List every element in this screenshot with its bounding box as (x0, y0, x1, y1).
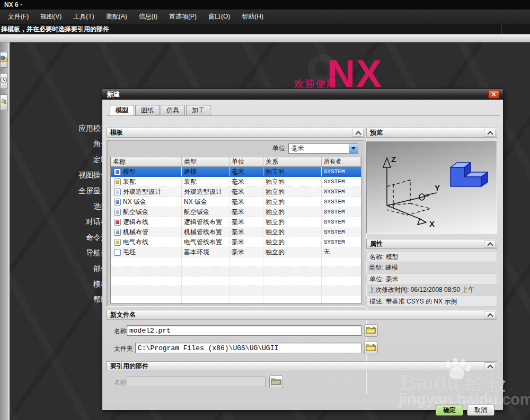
col-type[interactable]: 类型 (182, 157, 229, 166)
properties-section-title: 属性 (370, 240, 383, 247)
property-units: 单位: 毫米 (366, 273, 497, 284)
toolbar-strip (0, 34, 530, 42)
empty-row (111, 276, 361, 286)
templates-collapse-icon[interactable] (352, 129, 364, 137)
nx-window: NX 6 - 文件(F) 视图(V) 工具(T) 装配(A) 信息(I) 首选项… (0, 0, 530, 420)
folder-input[interactable] (135, 343, 361, 353)
chevron-down-icon[interactable] (349, 144, 358, 153)
cancel-button[interactable]: 取消 (467, 405, 494, 416)
sidebar-item-full-screen[interactable]: 全屏显示 (54, 183, 108, 199)
preview-image: Z X Y (366, 141, 497, 234)
prompt-text: 择模板，并在必要时选择要引用的部件 (1, 25, 109, 33)
csys-preview-graphic: Z X Y (367, 142, 497, 233)
reference-name-row: 名称 (114, 376, 496, 389)
sidebar-item-navigator[interactable]: 导航器 (54, 245, 108, 261)
roles-icon[interactable] (1, 94, 8, 110)
table-row[interactable]: 外观造型设计 外观造型设计 毫米 独立的 SYSTEM (111, 187, 361, 197)
window-title: NX 6 - (0, 0, 530, 10)
units-label: 单位 (272, 144, 285, 153)
history-palette-icon[interactable] (1, 52, 8, 68)
preview-collapse-icon[interactable] (484, 129, 496, 137)
sidebar-item-roles[interactable]: 角色 (54, 136, 108, 151)
browse-folder-disabled-icon (269, 376, 283, 388)
dialog-title[interactable]: 新建 (102, 89, 503, 100)
sidebar-item-help[interactable]: 帮助 (54, 292, 108, 307)
table-row[interactable]: 装配 装配 毫米 独立的 SYSTEM (111, 177, 361, 187)
sidebar-item-selection[interactable]: 选择 (54, 199, 108, 214)
col-owner[interactable]: 所有者 (322, 157, 361, 166)
units-dropdown[interactable]: 毫米 (288, 144, 358, 154)
template-tabs: 模型 图纸 仿真 加工 (110, 105, 211, 116)
tab-simulation[interactable]: 仿真 (161, 105, 185, 115)
menu-information[interactable]: 信息(I) (133, 10, 163, 23)
property-last-modified: 上次修改时间: 06/12/2008 08:50 上午 (366, 284, 497, 296)
new-part-dialog: 新建 ✕ 模型 图纸 仿真 加工 模板 单位 毫米 (102, 88, 504, 410)
reference-name-input (127, 377, 266, 387)
units-row: 单位 毫米 (272, 144, 358, 154)
dialog-buttons: 确定 取消 (436, 405, 494, 416)
menu-help[interactable]: 帮助(H) (236, 10, 269, 23)
table-row[interactable]: 模型 建模 毫米 独立的 SYSTEM (111, 167, 361, 177)
templates-section-header: 模板 (107, 128, 365, 138)
browse-folder-icon[interactable] (364, 324, 378, 337)
new-file-collapse-icon[interactable] (484, 311, 496, 319)
table-header-row: 名称 类型 单位 关系 所有者 (111, 157, 361, 167)
menu-view[interactable]: 视图(V) (34, 10, 67, 23)
table-row[interactable]: 电气布线 电气管线布置 毫米 独立的 SYSTEM (111, 237, 361, 247)
button-separator (107, 401, 500, 402)
blank-icon (114, 249, 121, 256)
resource-bar (0, 42, 8, 420)
col-units[interactable]: 单位 (229, 157, 263, 166)
svg-text:Z: Z (391, 155, 396, 164)
properties-section-header: 属性 (366, 239, 497, 249)
menu-file[interactable]: 文件(F) (2, 10, 34, 23)
clock-icon[interactable] (1, 73, 8, 89)
aero-sheet-metal-icon (114, 209, 121, 216)
preview-section-title: 预览 (370, 129, 383, 136)
file-name-label: 名称 (114, 327, 127, 336)
sidebar-item-customize[interactable]: 定制 (54, 152, 108, 167)
sidebar-item-command-finder[interactable]: 命令流 (54, 230, 108, 245)
table-row[interactable]: NX 钣金 NX 钣金 毫米 独立的 SYSTEM (111, 197, 361, 207)
assembly-icon (114, 178, 121, 185)
logical-routing-icon (114, 219, 121, 226)
file-name-input[interactable] (127, 325, 361, 336)
sheet-metal-icon (114, 199, 121, 205)
sidebar-item-dialogs[interactable]: 对话框 (54, 214, 108, 229)
property-description: 描述: 带基准 CSYS 的 NX 示例 (366, 296, 497, 307)
templates-panel: 单位 毫米 名称 类型 单位 关系 所有者 模型 (107, 140, 365, 307)
templates-section-title: 模板 (110, 129, 123, 136)
table-row[interactable]: 逻辑布线 逻辑管线布置 毫米 独立的 SYSTEM (111, 217, 361, 227)
electrical-routing-icon (114, 239, 121, 246)
properties-collapse-icon[interactable] (484, 240, 496, 248)
tab-drawing[interactable]: 图纸 (135, 105, 160, 115)
menu-preferences[interactable]: 首选项(P) (163, 10, 202, 23)
close-icon[interactable]: ✕ (488, 90, 499, 99)
col-relationship[interactable]: 关系 (263, 157, 322, 166)
tab-underline (107, 115, 500, 116)
sidebar-item-part[interactable]: 部件 (54, 261, 108, 276)
shape-studio-icon (114, 189, 121, 195)
table-row[interactable]: 机械布管 机械管线布置 毫米 独立的 SYSTEM (111, 227, 361, 237)
new-file-section-title: 新文件名 (110, 311, 136, 318)
sidebar-item-application[interactable]: 应用模块 (54, 121, 108, 136)
tab-manufacturing[interactable]: 加工 (186, 105, 210, 115)
ok-button[interactable]: 确定 (436, 405, 463, 416)
sidebar-item-view-operations[interactable]: 视图操作 (54, 167, 108, 183)
reference-name-label: 名称 (114, 378, 127, 387)
prompt-bar: 择模板，并在必要时选择要引用的部件 (0, 24, 530, 34)
tab-model[interactable]: 模型 (110, 105, 134, 116)
menu-window[interactable]: 窗口(O) (202, 10, 236, 23)
menu-tools[interactable]: 工具(T) (67, 10, 100, 23)
reference-collapse-icon[interactable] (484, 362, 496, 370)
sidebar-item-templates[interactable]: 模板 (54, 276, 108, 292)
col-name[interactable]: 名称 (111, 157, 182, 166)
table-row[interactable]: 航空钣金 航空钣金 毫米 独立的 SYSTEM (111, 207, 361, 217)
menu-assemblies[interactable]: 装配(A) (100, 10, 133, 23)
table-row[interactable]: 毛坯 基本环境 毫米 独立的 无 (111, 247, 361, 257)
welcome-sidebar: 应用模块 角色 定制 视图操作 全屏显示 选择 对话框 命令流 导航器 部件 模… (54, 121, 108, 308)
file-name-row: 名称 (114, 325, 496, 337)
mechanical-routing-icon (114, 229, 121, 236)
browse-folder-icon[interactable] (364, 342, 378, 354)
menu-bar: 文件(F) 视图(V) 工具(T) 装配(A) 信息(I) 首选项(P) 窗口(… (0, 10, 530, 24)
